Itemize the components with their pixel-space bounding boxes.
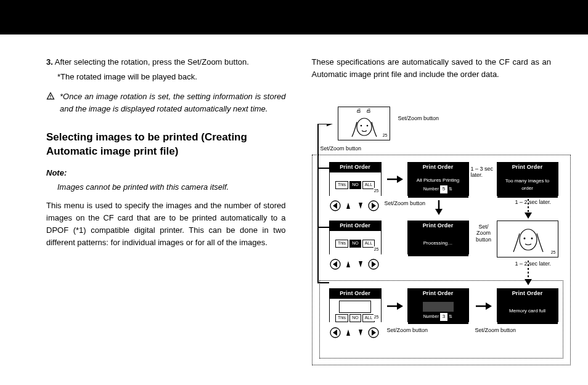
label-number: Number (423, 314, 439, 320)
svg-marker-9 (346, 203, 350, 209)
svg-marker-16 (435, 209, 443, 215)
screen-title: Print Order (408, 289, 468, 299)
screen-title: Print Order (330, 289, 381, 299)
label-delay-12: 1 – 2 sec later. (515, 199, 552, 205)
warning-text: *Once an image rotation is set, the sett… (60, 91, 286, 115)
arrow-right-icon (386, 174, 403, 184)
warning-icon (46, 92, 55, 100)
image-count: 25 (374, 314, 380, 321)
tab-no: NO (349, 181, 361, 189)
value-number: 3 (440, 313, 447, 320)
image-count: 25 (382, 132, 388, 139)
warning-row: *Once an image rotation is set, the sett… (46, 91, 286, 115)
svg-point-24 (523, 238, 525, 240)
image-count: 25 (550, 249, 557, 256)
label-setzoom: Set/Zoom button (385, 200, 426, 206)
left-column: 3. After selecting the rotation, press t… (46, 56, 286, 255)
step-subtext: *The rotated image will be played back. (57, 71, 286, 83)
svg-marker-29 (486, 302, 492, 310)
svg-marker-32 (346, 330, 350, 336)
label-card-full: Memory card full (509, 307, 545, 315)
tab-this: This (335, 314, 348, 322)
label-setzoom: Set/Zoom button (398, 115, 439, 121)
step-text: After selecting the rotation, press the … (55, 57, 249, 67)
tab-row: This NO ALL (335, 314, 375, 322)
face-illustration (343, 115, 385, 138)
tab-row: This NO ALL (335, 181, 375, 189)
svg-marker-27 (397, 302, 403, 310)
note-body: Images cannot be printed with this camer… (57, 181, 286, 193)
label-setzoom: Set/Zoom button (387, 327, 428, 333)
svg-marker-36 (327, 124, 333, 126)
nav-controls-3 (329, 326, 382, 339)
svg-marker-33 (359, 330, 362, 336)
tab-no: NO (349, 240, 361, 248)
screen-number-3: Print Order Number 3 ⇅ (407, 288, 469, 322)
svg-point-5 (360, 125, 362, 127)
arrow-right-icon (475, 301, 492, 311)
dotted-arrow-down-icon (524, 198, 533, 220)
label-processing: Processing… (423, 240, 453, 247)
tab-this: This (335, 240, 348, 248)
screen-too-many-images: Print Order Too many images to order (497, 162, 558, 196)
label-all-printing: All Pictures Printing (417, 177, 459, 184)
nav-controls-1 (329, 199, 382, 213)
face-illustration (504, 225, 553, 253)
label-setzoom-stack: Set/ Zoom button (473, 224, 494, 243)
svg-point-23 (520, 229, 537, 250)
screen-title: Print Order (408, 221, 468, 231)
page-body: 3. After selecting the rotation, press t… (0, 34, 588, 255)
svg-marker-12 (372, 203, 376, 209)
image-count: 25 (374, 188, 380, 195)
tab-row: This NO ALL (335, 240, 375, 248)
arrow-right-icon (386, 301, 403, 311)
tab-this: This (335, 181, 348, 189)
arrow-down-icon (434, 199, 444, 215)
spinner-icon: ⇅ (449, 186, 452, 193)
print-icon: 🖨 (366, 107, 371, 115)
label-delay-12: 1 – 2 sec later. (515, 261, 552, 267)
screen-playback-result: 25 (497, 221, 558, 257)
svg-marker-40 (525, 279, 532, 285)
svg-marker-22 (372, 261, 376, 267)
right-column: These specifications are automatically s… (312, 56, 552, 255)
screen-title: Print Order (497, 163, 558, 172)
screen-print-order-tabs-1: Print Order This NO ALL 25 (329, 162, 382, 196)
svg-marker-38 (525, 213, 532, 219)
value-number: 5 (440, 185, 447, 193)
svg-marker-10 (359, 203, 362, 209)
label-number: Number (423, 186, 439, 193)
svg-marker-14 (397, 176, 403, 183)
screen-title: Print Order (497, 289, 558, 299)
label-too-many: Too many images to order (499, 177, 556, 193)
tab-no: NO (349, 314, 361, 322)
spinner-icon: ⇅ (449, 314, 452, 320)
top-black-bar (0, 0, 588, 34)
screen-print-order-tabs-3: Print Order This NO ALL 25 (329, 288, 382, 322)
flow-diagram: 🖨 🖨 25 Set/Zoom button Set/Zoom button P… (312, 107, 571, 371)
connector-line (316, 124, 334, 290)
thumbnail-placeholder (339, 301, 371, 313)
intro-paragraph: These specifications are automatically s… (312, 56, 552, 81)
screen-memory-card-full: Print Order Memory card full (497, 288, 558, 322)
note-label: Note: (46, 167, 286, 179)
nav-controls-2 (329, 257, 382, 271)
step-number: 3. (46, 57, 53, 67)
screen-print-order-tabs-2: Print Order This NO ALL 25 (329, 221, 382, 254)
screen-processing: Print Order Processing… (407, 221, 469, 254)
screen-title: Print Order (408, 163, 468, 172)
label-delay-13: 1 – 3 sec later. (471, 166, 496, 179)
section-heading: Selecting images to be printed (Creating… (46, 131, 286, 159)
svg-marker-35 (372, 330, 376, 336)
screen-playback-top: 🖨 🖨 25 (338, 107, 390, 140)
label-setzoom: Set/Zoom button (475, 327, 517, 333)
dotted-arrow-down-icon (524, 259, 533, 286)
screen-all-pictures-printing: Print Order All Pictures Printing Number… (407, 162, 469, 196)
svg-point-2 (50, 98, 51, 99)
step-3: 3. After selecting the rotation, press t… (46, 56, 286, 83)
svg-marker-19 (346, 261, 350, 267)
screen-title: Print Order (330, 163, 381, 172)
image-count: 25 (374, 246, 380, 253)
svg-marker-20 (359, 261, 362, 267)
screen-title: Print Order (330, 221, 381, 231)
